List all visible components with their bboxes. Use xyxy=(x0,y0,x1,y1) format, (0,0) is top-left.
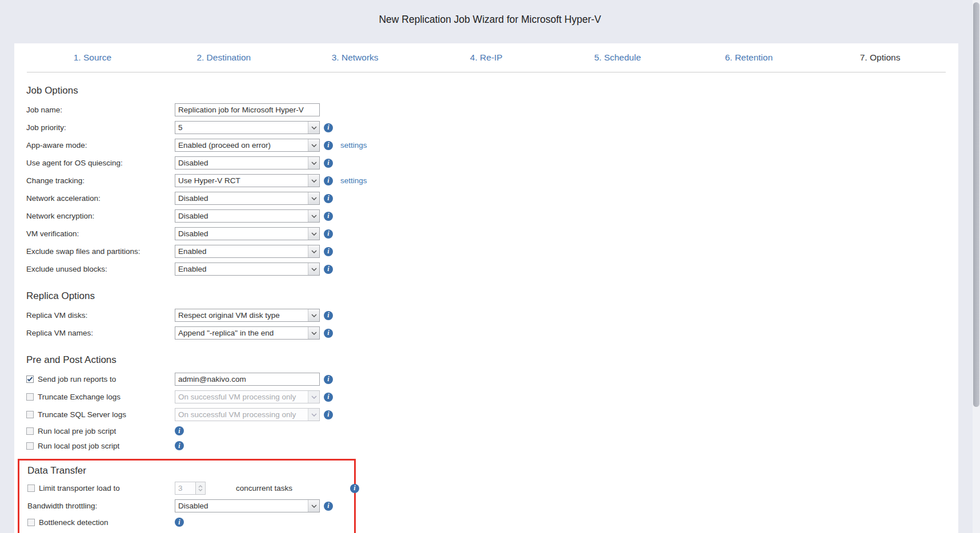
replica-names-select[interactable]: Append "-replica" in the end xyxy=(175,326,320,340)
network-acceleration-select[interactable]: Disabled xyxy=(175,192,320,205)
tab-destination[interactable]: 2. Destination xyxy=(158,43,290,72)
info-icon[interactable]: i xyxy=(324,194,333,203)
info-icon[interactable]: i xyxy=(324,329,333,338)
job-name-row: Job name: xyxy=(14,101,958,119)
replica-disks-label: Replica VM disks: xyxy=(26,311,175,320)
bandwidth-throttling-label: Bandwidth throttling: xyxy=(27,502,175,510)
data-transfer-heading: Data Transfer xyxy=(27,465,354,477)
bottleneck-detection-label: Bottleneck detection xyxy=(39,518,109,527)
truncate-exchange-select: On successful VM processing only xyxy=(175,390,320,403)
info-icon[interactable]: i xyxy=(324,141,333,150)
job-name-label: Job name: xyxy=(26,106,175,114)
replica-disks-select[interactable]: Respect original VM disk type xyxy=(175,309,320,322)
truncate-sql-checkbox[interactable] xyxy=(26,411,34,418)
exclude-unused-select[interactable]: Enabled xyxy=(175,263,320,276)
chevron-down-icon xyxy=(308,157,319,169)
info-icon[interactable]: i xyxy=(324,410,333,419)
post-script-row: Run local post job script i xyxy=(14,438,958,453)
chevron-down-icon xyxy=(308,175,319,187)
network-encryption-row: Network encryption: Disabled i xyxy=(14,207,958,225)
job-name-input[interactable] xyxy=(175,103,320,116)
info-icon[interactable]: i xyxy=(350,484,359,493)
info-icon[interactable]: i xyxy=(324,159,333,168)
chevron-down-icon xyxy=(308,391,319,403)
truncate-sql-row: Truncate SQL Server logs On successful V… xyxy=(14,406,958,423)
chevron-down-icon xyxy=(308,122,319,134)
change-tracking-label: Change tracking: xyxy=(26,176,175,185)
truncate-sql-label: Truncate SQL Server logs xyxy=(38,410,126,419)
bottleneck-detection-checkbox[interactable] xyxy=(27,519,35,526)
job-priority-row: Job priority: 5 i xyxy=(14,119,958,136)
info-icon[interactable]: i xyxy=(324,176,333,185)
info-icon[interactable]: i xyxy=(324,247,333,256)
job-options-heading: Job Options xyxy=(26,85,958,96)
vertical-scrollbar[interactable] xyxy=(973,0,980,533)
send-reports-row: Send job run reports to i xyxy=(14,370,958,388)
tab-retention[interactable]: 6. Retention xyxy=(683,43,814,72)
wizard-panel: 1. Source 2. Destination 3. Networks 4. … xyxy=(14,43,958,533)
network-acceleration-row: Network acceleration: Disabled i xyxy=(14,189,958,207)
info-icon[interactable]: i xyxy=(324,393,333,402)
vm-verification-row: VM verification: Disabled i xyxy=(14,225,958,243)
stepper-arrows-icon xyxy=(196,482,206,495)
os-quiescing-row: Use agent for OS quiescing: Disabled i xyxy=(14,154,958,172)
exclude-unused-row: Exclude unused blocks: Enabled i xyxy=(14,260,958,278)
tab-source[interactable]: 1. Source xyxy=(27,43,158,72)
chevron-down-icon xyxy=(308,139,319,151)
network-encryption-select[interactable]: Disabled xyxy=(175,209,320,223)
post-script-checkbox[interactable] xyxy=(26,442,34,450)
truncate-exchange-checkbox[interactable] xyxy=(26,393,34,401)
info-icon[interactable]: i xyxy=(175,441,184,450)
wizard-steps: 1. Source 2. Destination 3. Networks 4. … xyxy=(27,43,946,72)
os-quiescing-select[interactable]: Disabled xyxy=(175,156,320,169)
info-icon[interactable]: i xyxy=(324,212,333,221)
page-title: New Replication Job Wizard for Microsoft… xyxy=(0,14,980,26)
chevron-down-icon xyxy=(308,192,319,204)
post-script-label: Run local post job script xyxy=(38,442,119,450)
job-priority-label: Job priority: xyxy=(26,123,175,132)
exclude-swap-select[interactable]: Enabled xyxy=(175,245,320,258)
report-email-input[interactable] xyxy=(175,373,320,386)
app-aware-settings-link[interactable]: settings xyxy=(340,141,367,150)
chevron-down-icon xyxy=(308,409,319,421)
exclude-swap-label: Exclude swap files and partitions: xyxy=(26,247,175,256)
info-icon[interactable]: i xyxy=(324,375,333,384)
concurrent-tasks-suffix: concurrent tasks xyxy=(236,484,292,492)
send-reports-checkbox[interactable] xyxy=(26,375,34,383)
app-aware-select[interactable]: Enabled (proceed on error) xyxy=(175,139,320,152)
pre-script-checkbox[interactable] xyxy=(26,427,34,435)
tab-schedule[interactable]: 5. Schedule xyxy=(552,43,683,72)
os-quiescing-label: Use agent for OS quiescing: xyxy=(26,159,175,167)
change-tracking-row: Change tracking: Use Hyper-V RCT i setti… xyxy=(14,172,958,189)
bandwidth-throttling-select[interactable]: Disabled xyxy=(175,499,320,512)
chevron-down-icon xyxy=(308,327,319,339)
replica-disks-row: Replica VM disks: Respect original VM di… xyxy=(14,306,958,324)
tab-networks[interactable]: 3. Networks xyxy=(290,43,421,72)
info-icon[interactable]: i xyxy=(324,265,333,274)
tab-options[interactable]: 7. Options xyxy=(814,43,946,72)
app-aware-label: App-aware mode: xyxy=(26,141,175,150)
info-icon[interactable]: i xyxy=(324,123,333,132)
info-icon[interactable]: i xyxy=(175,518,184,527)
info-icon[interactable]: i xyxy=(324,229,333,239)
limit-transporter-checkbox[interactable] xyxy=(27,484,35,492)
info-icon[interactable]: i xyxy=(324,311,333,320)
info-icon[interactable]: i xyxy=(324,502,333,511)
exclude-swap-row: Exclude swap files and partitions: Enabl… xyxy=(14,243,958,260)
change-tracking-select[interactable]: Use Hyper-V RCT xyxy=(175,174,320,187)
info-icon[interactable]: i xyxy=(175,426,184,435)
chevron-down-icon xyxy=(308,245,319,257)
vm-verification-select[interactable]: Disabled xyxy=(175,227,320,240)
truncate-sql-select: On successful VM processing only xyxy=(175,408,320,421)
truncate-exchange-label: Truncate Exchange logs xyxy=(38,393,121,401)
change-tracking-settings-link[interactable]: settings xyxy=(340,176,367,185)
chevron-down-icon xyxy=(308,228,319,240)
bottleneck-detection-row: Bottleneck detection i xyxy=(19,515,354,530)
network-acceleration-label: Network acceleration: xyxy=(26,194,175,203)
job-priority-select[interactable]: 5 xyxy=(175,121,320,134)
chevron-down-icon xyxy=(308,500,319,512)
pre-script-label: Run local pre job script xyxy=(38,427,116,435)
scrollbar-thumb[interactable] xyxy=(973,2,979,407)
tab-reip[interactable]: 4. Re-IP xyxy=(421,43,552,72)
pre-script-row: Run local pre job script i xyxy=(14,423,958,438)
